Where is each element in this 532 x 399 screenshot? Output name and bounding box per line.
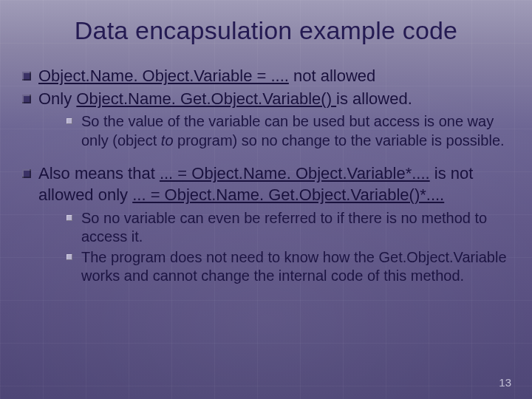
sub-list-1: So the value of the variable can be used… bbox=[66, 112, 510, 150]
slide-title: Data encapsulation example code bbox=[22, 16, 510, 45]
bullet-1: Object.Name. Object.Variable = .... not … bbox=[22, 66, 510, 87]
bullet-icon bbox=[22, 169, 31, 178]
slide-container: Data encapsulation example code Object.N… bbox=[0, 0, 532, 399]
sub-1-1-italic: to bbox=[161, 132, 174, 149]
sub-bullet-icon bbox=[66, 215, 72, 221]
bullet-3-underline-1: ... = Object.Name. Object.Variable*.... bbox=[160, 164, 430, 183]
sub-bullet-icon bbox=[66, 118, 72, 124]
sub-2-2-text: The program does not need to know how th… bbox=[81, 248, 510, 286]
bullet-2-lead: Only bbox=[38, 89, 76, 108]
sub-2-2: The program does not need to know how th… bbox=[66, 248, 510, 286]
sub-1-1: So the value of the variable can be used… bbox=[66, 112, 510, 150]
bullet-3-text: Also means that ... = Object.Name. Objec… bbox=[38, 163, 510, 205]
bullet-2-tail: is allowed. bbox=[336, 89, 412, 108]
page-number: 13 bbox=[499, 376, 511, 389]
bullet-2-text: Only Object.Name. Get.Object.Variable() … bbox=[38, 89, 510, 110]
sub-1-1-b: program) so no change to the variable is… bbox=[174, 132, 505, 149]
sub-2-1: So no variable can even be referred to i… bbox=[66, 209, 510, 247]
sub-1-1-text: So the value of the variable can be used… bbox=[81, 112, 510, 150]
bullet-icon bbox=[22, 72, 31, 81]
bullet-3: Also means that ... = Object.Name. Objec… bbox=[22, 163, 510, 205]
sub-bullet-icon bbox=[66, 254, 72, 260]
bullet-1-text: Object.Name. Object.Variable = .... not … bbox=[38, 66, 510, 87]
sub-2-1-text: So no variable can even be referred to i… bbox=[81, 209, 510, 247]
bullet-1-underline: Object.Name. Object.Variable = .... bbox=[38, 66, 289, 85]
bullet-3-underline-2: ... = Object.Name. Get.Object.Variable()… bbox=[132, 185, 444, 204]
bullet-2: Only Object.Name. Get.Object.Variable() … bbox=[22, 89, 510, 110]
bullet-1-tail: not allowed bbox=[289, 66, 375, 85]
sub-list-2: So no variable can even be referred to i… bbox=[66, 209, 510, 286]
bullet-icon bbox=[22, 95, 31, 103]
bullet-2-underline: Object.Name. Get.Object.Variable() bbox=[76, 89, 336, 108]
bullet-3-lead: Also means that bbox=[38, 164, 160, 183]
